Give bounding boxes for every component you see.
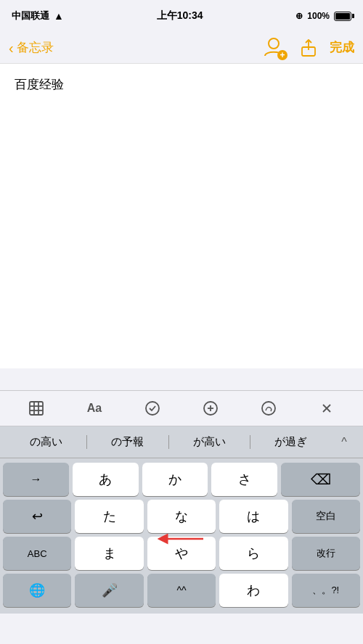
- draw-button[interactable]: [253, 395, 285, 421]
- back-label: 备忘录: [17, 39, 54, 56]
- delete-key[interactable]: ⌫: [281, 463, 360, 496]
- key-punctuation[interactable]: 、。?!: [292, 574, 360, 607]
- status-left: 中国联通 ▲: [12, 9, 64, 22]
- status-right: ⊕ 100%: [295, 11, 351, 21]
- keyboard-row-2: ↩ た な は 空白: [3, 500, 360, 533]
- svg-point-13: [262, 402, 275, 415]
- autocomplete-item-1[interactable]: の高い: [6, 435, 87, 449]
- add-contact-button[interactable]: +: [263, 36, 287, 60]
- keyboard-row-1: → あ か さ ⌫: [3, 463, 360, 496]
- done-button[interactable]: 完成: [330, 39, 354, 56]
- key-ya[interactable]: や: [147, 537, 216, 570]
- key-mic[interactable]: 🎤: [75, 574, 143, 607]
- key-arrow-right[interactable]: →: [3, 463, 69, 496]
- key-na-container: な: [147, 500, 216, 533]
- svg-text:+: +: [280, 50, 285, 60]
- keyboard-row-4: 🌐 🎤 ^^ わ 、。?!: [3, 574, 360, 607]
- autocomplete-bar: の高い の予報 が高い が過ぎ ^: [0, 426, 363, 458]
- close-button[interactable]: [311, 395, 343, 421]
- gps-icon: ⊕: [295, 11, 303, 21]
- status-time: 上午10:34: [157, 9, 203, 22]
- spacer: [0, 368, 363, 390]
- autocomplete-items: の高い の予報 が高い が過ぎ: [6, 435, 331, 449]
- nav-bar: ‹ 备忘录 + 完成: [0, 32, 363, 64]
- autocomplete-item-4[interactable]: が過ぎ: [250, 435, 331, 449]
- svg-point-9: [146, 402, 159, 415]
- key-globe[interactable]: 🌐: [3, 574, 71, 607]
- key-wa[interactable]: わ: [219, 574, 287, 607]
- nav-actions: + 完成: [263, 36, 354, 60]
- back-button[interactable]: ‹ 备忘录: [9, 39, 54, 56]
- note-content: 百度经验: [15, 75, 348, 94]
- key-ta[interactable]: た: [75, 500, 143, 533]
- key-abc[interactable]: ABC: [3, 537, 71, 570]
- key-sa[interactable]: さ: [211, 463, 277, 496]
- key-return[interactable]: 改行: [292, 537, 360, 570]
- autocomplete-item-2[interactable]: の予報: [87, 435, 168, 449]
- key-na[interactable]: な: [147, 500, 216, 533]
- key-undo[interactable]: ↩: [3, 500, 71, 533]
- toolbar: Aa: [0, 390, 363, 426]
- share-button[interactable]: [299, 38, 318, 57]
- checklist-button[interactable]: [136, 395, 168, 421]
- format-label: Aa: [87, 402, 102, 415]
- key-ka[interactable]: か: [142, 463, 208, 496]
- battery-fill: [335, 13, 350, 20]
- note-area[interactable]: 百度经验: [0, 64, 363, 368]
- svg-rect-4: [30, 402, 43, 415]
- battery-icon: [334, 12, 351, 21]
- keyboard: → あ か さ ⌫ ↩ た な は 空白 ABC ま や ら: [0, 458, 363, 614]
- keyboard-row-3: ABC ま や ら 改行: [3, 537, 360, 570]
- battery-percent: 100%: [307, 11, 330, 21]
- wifi-icon: ▲: [54, 10, 64, 22]
- format-button[interactable]: Aa: [78, 395, 110, 421]
- status-bar: 中国联通 ▲ 上午10:34 ⊕ 100%: [0, 0, 363, 32]
- add-button[interactable]: [195, 395, 227, 421]
- key-ma[interactable]: ま: [75, 537, 143, 570]
- autocomplete-expand-button[interactable]: ^: [331, 436, 357, 449]
- carrier-label: 中国联通: [12, 9, 49, 22]
- svg-point-0: [269, 38, 279, 49]
- key-a[interactable]: あ: [73, 463, 139, 496]
- chevron-up-icon: ^: [341, 436, 347, 449]
- back-chevron-icon: ‹: [9, 41, 14, 55]
- key-caret[interactable]: ^^: [147, 574, 216, 607]
- key-ha[interactable]: は: [219, 500, 287, 533]
- table-button[interactable]: [20, 395, 52, 421]
- autocomplete-item-3[interactable]: が高い: [169, 435, 250, 449]
- key-space[interactable]: 空白: [292, 500, 360, 533]
- key-ra[interactable]: ら: [219, 537, 287, 570]
